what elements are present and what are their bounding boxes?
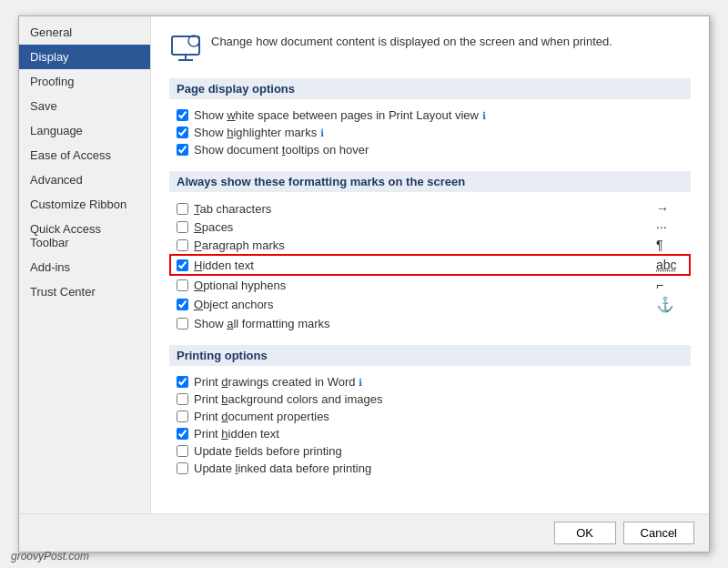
- symbol-tab: →: [656, 201, 683, 216]
- option-tooltips: Show document tooltips on hover: [169, 141, 691, 158]
- option-hidden-text: Hidden text abc: [169, 254, 691, 276]
- display-icon: [169, 31, 202, 64]
- page-display-section: Page display options Show white space be…: [169, 78, 691, 158]
- checkbox-highlighter[interactable]: [177, 127, 188, 138]
- label-highlighter: Show highlighter marks ℹ: [194, 126, 683, 139]
- label-anchors: Object anchors: [194, 298, 651, 311]
- checkbox-update-linked[interactable]: [177, 462, 188, 474]
- printing-title: Printing options: [169, 345, 691, 366]
- checkbox-print-background[interactable]: [177, 393, 188, 405]
- label-paragraph: Paragraph marks: [194, 238, 651, 252]
- formatting-marks-section: Always show these formatting marks on th…: [169, 171, 691, 332]
- label-tooltips: Show document tooltips on hover: [194, 143, 683, 157]
- option-update-linked: Update linked data before printing: [169, 460, 691, 477]
- sidebar-item-display[interactable]: Display: [19, 45, 150, 69]
- option-tab: Tab characters →: [169, 199, 691, 218]
- cancel-button[interactable]: Cancel: [623, 522, 694, 544]
- label-spaces: Spaces: [194, 220, 651, 234]
- formatting-marks-title: Always show these formatting marks on th…: [169, 171, 691, 192]
- label-print-properties: Print document properties: [194, 410, 683, 423]
- svg-rect-0: [172, 36, 199, 55]
- symbol-paragraph: ¶: [656, 238, 683, 252]
- label-update-fields: Update fields before printing: [194, 444, 683, 458]
- checkbox-anchors[interactable]: [177, 299, 188, 310]
- sidebar-item-language[interactable]: Language: [19, 118, 150, 143]
- info-highlighter[interactable]: ℹ: [320, 127, 324, 138]
- dialog-body: GeneralDisplayProofingSaveLanguageEase o…: [19, 16, 709, 513]
- dialog-footer: OK Cancel: [19, 513, 709, 552]
- checkbox-spaces[interactable]: [177, 221, 188, 233]
- checkbox-print-properties[interactable]: [177, 411, 188, 422]
- info-whitespace[interactable]: ℹ: [482, 110, 486, 121]
- sidebar-item-trust[interactable]: Trust Center: [19, 279, 150, 304]
- symbol-spaces: ···: [656, 219, 683, 234]
- sidebar-item-toolbar[interactable]: Quick Access Toolbar: [19, 217, 150, 255]
- label-tab: Tab characters: [194, 202, 651, 216]
- checkbox-tab[interactable]: [177, 203, 188, 215]
- checkbox-update-fields[interactable]: [177, 445, 188, 457]
- sidebar-item-ease[interactable]: Ease of Access: [19, 143, 150, 167]
- checkbox-print-hidden[interactable]: [177, 428, 188, 440]
- checkbox-tooltips[interactable]: [177, 144, 188, 156]
- label-hyphens: Optional hyphens: [194, 279, 651, 292]
- symbol-hyphens: ⌐: [656, 278, 683, 292]
- content-area: Change how document content is displayed…: [151, 16, 709, 513]
- label-print-hidden: Print hidden text: [194, 427, 683, 441]
- content-header: Change how document content is displayed…: [169, 31, 691, 64]
- label-print-background: Print background colors and images: [194, 392, 683, 406]
- page-display-title: Page display options: [169, 78, 691, 99]
- label-hidden-text: Hidden text: [194, 259, 651, 272]
- options-dialog: GeneralDisplayProofingSaveLanguageEase o…: [18, 15, 710, 553]
- option-hyphens: Optional hyphens ⌐: [169, 276, 691, 294]
- checkbox-whitespace[interactable]: [177, 109, 188, 121]
- label-print-drawings: Print drawings created in Word ℹ: [194, 375, 683, 389]
- label-all-marks: Show all formatting marks: [194, 317, 683, 330]
- label-whitespace: Show white space between pages in Print …: [194, 108, 683, 122]
- label-update-linked: Update linked data before printing: [194, 462, 683, 475]
- option-spaces: Spaces ···: [169, 218, 691, 236]
- option-print-background: Print background colors and images: [169, 390, 691, 408]
- option-update-fields: Update fields before printing: [169, 442, 691, 460]
- option-print-hidden: Print hidden text: [169, 425, 691, 442]
- sidebar-item-general[interactable]: General: [19, 20, 150, 45]
- option-print-drawings: Print drawings created in Word ℹ: [169, 373, 691, 390]
- option-paragraph: Paragraph marks ¶: [169, 236, 691, 254]
- symbol-hidden-text: abc: [656, 258, 683, 272]
- sidebar-item-advanced[interactable]: Advanced: [19, 167, 150, 192]
- header-description: Change how document content is displayed…: [211, 31, 612, 48]
- option-highlighter: Show highlighter marks ℹ: [169, 124, 691, 141]
- option-print-properties: Print document properties: [169, 408, 691, 425]
- checkbox-paragraph[interactable]: [177, 239, 188, 251]
- sidebar: GeneralDisplayProofingSaveLanguageEase o…: [19, 16, 151, 513]
- printing-section: Printing options Print drawings created …: [169, 345, 691, 477]
- watermark: groovyPost.com: [11, 550, 89, 563]
- checkbox-print-drawings[interactable]: [177, 376, 188, 388]
- info-print-drawings[interactable]: ℹ: [359, 377, 362, 388]
- option-anchors: Object anchors ⚓: [169, 294, 691, 315]
- checkbox-all-marks[interactable]: [177, 318, 188, 330]
- sidebar-item-ribbon[interactable]: Customize Ribbon: [19, 192, 150, 217]
- checkbox-hyphens[interactable]: [177, 279, 188, 291]
- option-whitespace: Show white space between pages in Print …: [169, 106, 691, 124]
- ok-button[interactable]: OK: [554, 522, 616, 544]
- sidebar-item-save[interactable]: Save: [19, 94, 150, 118]
- symbol-anchors: ⚓: [656, 296, 683, 313]
- checkbox-hidden-text[interactable]: [177, 259, 188, 271]
- sidebar-item-proofing[interactable]: Proofing: [19, 69, 150, 94]
- sidebar-item-addins[interactable]: Add-ins: [19, 255, 150, 279]
- option-all-marks: Show all formatting marks: [169, 315, 691, 332]
